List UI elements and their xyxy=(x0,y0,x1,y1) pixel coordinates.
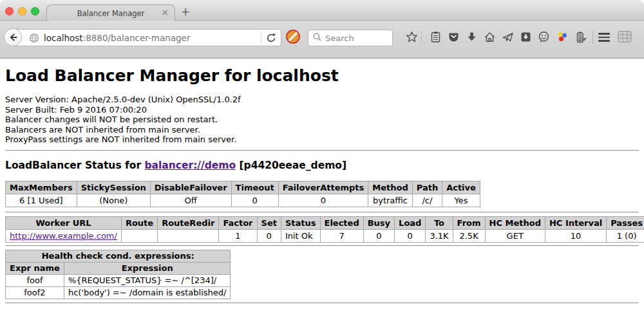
column-header: Expression xyxy=(64,262,231,274)
column-header: Passes xyxy=(607,216,644,229)
url-input[interactable]: localhost:8880/balancer-manager xyxy=(44,33,261,43)
cell-routeredir xyxy=(158,229,219,242)
chevron-down-icon[interactable] xyxy=(582,38,587,41)
notice-line: ProxyPass settings are NOT inherited fro… xyxy=(5,135,639,145)
browser-window: Balancer Manager × + localhost:8880/bala… xyxy=(0,0,644,316)
column-header: FailoverAttempts xyxy=(278,181,368,194)
search-input[interactable]: Search xyxy=(308,30,393,46)
column-header: Elected xyxy=(320,216,363,229)
extension-grid-icon[interactable] xyxy=(618,30,632,46)
content-blocker-icon[interactable] xyxy=(286,30,300,44)
table-row: http://www.example.com/ 1 0 Init Ok 7 0 … xyxy=(6,229,644,242)
balancer-params-table: MaxMembers StickySession DisableFailover… xyxy=(5,181,480,207)
divider xyxy=(5,150,639,151)
window-close-button[interactable] xyxy=(5,7,14,15)
column-header: Status xyxy=(281,216,320,229)
cell-from: 2.5K xyxy=(453,229,485,242)
cell-failoverattempts: 0 xyxy=(278,194,368,207)
cell-factor: 1 xyxy=(219,229,257,242)
cell-path: /c/ xyxy=(412,194,442,207)
column-header: Worker URL xyxy=(6,216,122,229)
cell-set: 0 xyxy=(257,229,281,242)
pocket-icon[interactable] xyxy=(448,31,460,43)
column-header: Busy xyxy=(363,216,394,229)
balancer-status-heading: LoadBalancer Status for balancer://demo … xyxy=(5,160,639,171)
cell-active: Yes xyxy=(442,194,480,207)
chat-smiley-icon[interactable] xyxy=(538,31,550,43)
window-zoom-button[interactable] xyxy=(31,7,39,15)
toolbar-icons xyxy=(406,31,586,43)
toolbar-separator xyxy=(421,31,422,44)
tab-balancer-manager[interactable]: Balancer Manager × xyxy=(46,5,175,21)
column-header: Method xyxy=(368,181,412,194)
cell-hc-method: GET xyxy=(485,229,545,242)
cell-elected: 7 xyxy=(320,229,363,242)
extension-battery-icon[interactable] xyxy=(574,31,586,43)
column-header: StickySession xyxy=(77,181,150,194)
downloads-icon[interactable] xyxy=(466,31,478,43)
column-header: To xyxy=(426,216,453,229)
bookmark-star-icon[interactable] xyxy=(406,31,418,43)
column-header: Expr name xyxy=(6,262,64,274)
cell-stickysession: (None) xyxy=(77,194,150,207)
home-icon[interactable] xyxy=(484,31,496,43)
reading-list-icon[interactable] xyxy=(430,31,442,43)
cell-disablefailover: Off xyxy=(150,194,231,207)
table-row: foof2 hc('body') =~ /domain is establish… xyxy=(6,286,231,299)
column-header: HC Method xyxy=(485,216,545,229)
server-info: Server Version: Apache/2.5.0-dev (Unix) … xyxy=(5,95,639,145)
window-minimize-button[interactable] xyxy=(18,7,26,15)
toolbar-separator xyxy=(592,31,593,44)
notice-line: Balancers are NOT inherited from main se… xyxy=(5,125,639,135)
worker-table: Worker URL Route RouteRedir Factor Set S… xyxy=(5,216,644,243)
column-header: DisableFailover xyxy=(150,181,231,194)
column-header: Path xyxy=(412,181,442,194)
worker-url-link[interactable]: http://www.example.com/ xyxy=(10,231,117,241)
extension-download-box-icon[interactable] xyxy=(520,31,532,43)
balancer-link[interactable]: balancer://demo xyxy=(144,160,236,171)
cell-passes: 1 (0) xyxy=(607,229,644,242)
send-plane-icon[interactable] xyxy=(502,31,514,43)
search-placeholder: Search xyxy=(325,33,354,43)
menu-button[interactable] xyxy=(598,33,610,44)
url-host: localhost xyxy=(44,33,83,43)
column-header: MaxMembers xyxy=(6,181,77,194)
globe-icon xyxy=(29,33,39,43)
extension-colored-dots-icon[interactable] xyxy=(556,31,568,43)
column-header: Route xyxy=(121,216,157,229)
back-button[interactable] xyxy=(4,28,22,46)
server-built-line: Server Built: Feb 9 2016 07:00:20 xyxy=(5,105,639,115)
column-header: Load xyxy=(395,216,426,229)
back-icon xyxy=(7,32,19,43)
page-title: Load Balancer Manager for localhost xyxy=(5,66,639,85)
heading-suffix: [p4420eeae_demo] xyxy=(236,160,346,171)
cell-expression: hc('body') =~ /domain is established/ xyxy=(64,286,231,299)
server-version-line: Server Version: Apache/2.5.0-dev (Unix) … xyxy=(5,95,639,105)
cell-expr-name: foof xyxy=(6,274,64,286)
tab-close-icon[interactable]: × xyxy=(161,7,169,17)
table-row: foof %{REQUEST_STATUS} =~ /^[234]/ xyxy=(6,274,231,286)
cell-load: 0 xyxy=(395,229,426,242)
divider xyxy=(5,302,639,304)
table-row: 6 [1 Used] (None) Off 0 0 bytraffic /c/ … xyxy=(6,194,480,207)
table-header-row: Worker URL Route RouteRedir Factor Set S… xyxy=(6,216,644,229)
url-path: :8880/balancer-manager xyxy=(83,33,191,43)
table-title-row: Health check cond. expressions: xyxy=(6,250,231,262)
cell-method: bytraffic xyxy=(368,194,412,207)
cell-expression: %{REQUEST_STATUS} =~ /^[234]/ xyxy=(64,274,231,286)
heading-prefix: LoadBalancer Status for xyxy=(5,160,144,171)
reload-button[interactable] xyxy=(261,33,281,43)
health-check-table: Health check cond. expressions: Expr nam… xyxy=(5,250,231,299)
cell-status: Init Ok xyxy=(281,229,320,242)
column-header: Timeout xyxy=(231,181,278,194)
traffic-lights xyxy=(5,7,39,15)
cell-expr-name: foof2 xyxy=(6,286,64,299)
cell-route xyxy=(121,229,157,242)
new-tab-button[interactable]: + xyxy=(181,5,190,18)
health-table-title: Health check cond. expressions: xyxy=(6,250,231,262)
column-header: Factor xyxy=(219,216,257,229)
url-bar[interactable]: localhost:8880/balancer-manager xyxy=(13,29,281,46)
tab-title: Balancer Manager xyxy=(77,9,145,18)
titlebar: Balancer Manager × + xyxy=(0,0,644,21)
search-icon xyxy=(312,32,322,44)
